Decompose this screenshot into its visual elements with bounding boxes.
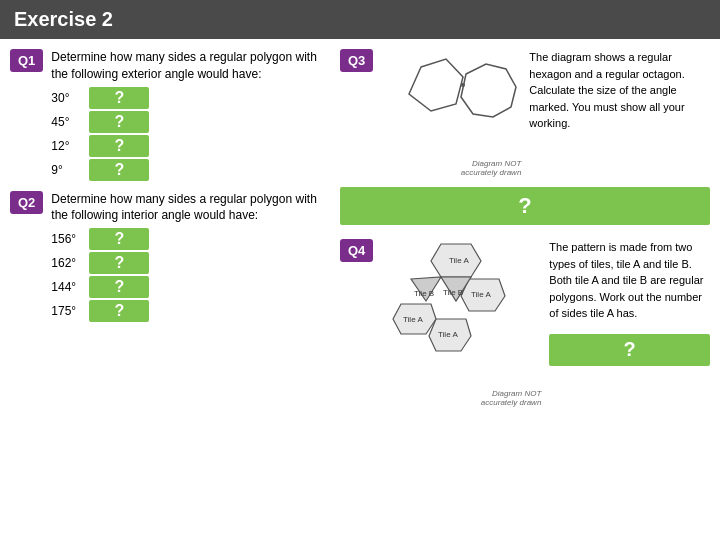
- q2-content: Determine how many sides a regular polyg…: [51, 191, 330, 323]
- q1-block: Q1 Determine how many sides a regular po…: [10, 49, 330, 181]
- q2-row-3: 144° ?: [51, 276, 330, 298]
- q2-label: Q2: [10, 191, 43, 214]
- svg-text:Tile B: Tile B: [414, 289, 434, 298]
- q1-answer-1: ?: [89, 87, 149, 109]
- svg-text:Tile B: Tile B: [443, 288, 463, 297]
- q2-answer-grid: 156° ? 162° ? 144° ? 175° ?: [51, 228, 330, 322]
- q4-description: The pattern is made from two types of ti…: [549, 241, 703, 319]
- q1-angle-1: 30°: [51, 91, 83, 105]
- svg-text:Tile A: Tile A: [438, 330, 458, 339]
- q2-row-1: 156° ?: [51, 228, 330, 250]
- svg-marker-0: [409, 59, 463, 111]
- q2-block: Q2 Determine how many sides a regular po…: [10, 191, 330, 323]
- q4-answer: ?: [549, 334, 710, 366]
- q2-answer-2: ?: [89, 252, 149, 274]
- q2-answer-4: ?: [89, 300, 149, 322]
- q2-answer-1: ?: [89, 228, 149, 250]
- q1-row-4: 9° ?: [51, 159, 330, 181]
- q2-angle-2: 162°: [51, 256, 83, 270]
- q4-diagram-note: Diagram NOTaccurately drawn: [381, 389, 541, 407]
- q2-answer-3: ?: [89, 276, 149, 298]
- q3-label: Q3: [340, 49, 373, 72]
- q1-answer-2: ?: [89, 111, 149, 133]
- main-content: Q1 Determine how many sides a regular po…: [0, 39, 720, 537]
- q2-text: Determine how many sides a regular polyg…: [51, 191, 330, 225]
- page-header: Exercise 2: [0, 0, 720, 39]
- svg-text:Tile A: Tile A: [449, 256, 469, 265]
- svg-text:Tile A: Tile A: [471, 290, 491, 299]
- q3-answer: ?: [340, 187, 710, 225]
- q1-answer-3: ?: [89, 135, 149, 157]
- q4-svg: Tile A Tile B Tile A Tile A Tile B: [381, 239, 541, 389]
- q3-block: Q3 Diagram NOTaccurately drawn The: [340, 49, 710, 225]
- q4-diagram: Tile A Tile B Tile A Tile A Tile B: [381, 239, 541, 407]
- q1-answer-4: ?: [89, 159, 149, 181]
- q1-angle-3: 12°: [51, 139, 83, 153]
- q1-answer-grid: 30° ? 45° ? 12° ? 9° ?: [51, 87, 330, 181]
- page-title: Exercise 2: [14, 8, 113, 30]
- q3-description: The diagram shows a regular hexagon and …: [529, 49, 710, 132]
- svg-point-2: [461, 83, 465, 87]
- q1-row-2: 45° ?: [51, 111, 330, 133]
- svg-marker-1: [461, 64, 516, 117]
- q3-top: Q3 Diagram NOTaccurately drawn The: [340, 49, 710, 177]
- left-column: Q1 Determine how many sides a regular po…: [10, 49, 330, 527]
- q4-label: Q4: [340, 239, 373, 262]
- q3-svg: [381, 49, 521, 159]
- right-column: Q3 Diagram NOTaccurately drawn The: [340, 49, 710, 527]
- q2-row-4: 175° ?: [51, 300, 330, 322]
- q3-diagram: Diagram NOTaccurately drawn: [381, 49, 521, 177]
- q1-content: Determine how many sides a regular polyg…: [51, 49, 330, 181]
- q3-diagram-note: Diagram NOTaccurately drawn: [381, 159, 521, 177]
- q1-row-3: 12° ?: [51, 135, 330, 157]
- q4-text: The pattern is made from two types of ti…: [549, 239, 710, 322]
- q1-angle-2: 45°: [51, 115, 83, 129]
- q2-angle-1: 156°: [51, 232, 83, 246]
- q4-block: Q4 Tile A Tile B Tile A: [340, 239, 710, 407]
- q2-angle-4: 175°: [51, 304, 83, 318]
- q3-text: The diagram shows a regular hexagon and …: [529, 51, 684, 129]
- q2-row-2: 162° ?: [51, 252, 330, 274]
- q4-right: The pattern is made from two types of ti…: [549, 239, 710, 366]
- q4-top: Q4 Tile A Tile B Tile A: [340, 239, 710, 407]
- q1-label: Q1: [10, 49, 43, 72]
- q1-row-1: 30° ?: [51, 87, 330, 109]
- svg-text:Tile A: Tile A: [403, 315, 423, 324]
- q2-angle-3: 144°: [51, 280, 83, 294]
- q1-text: Determine how many sides a regular polyg…: [51, 49, 330, 83]
- q1-angle-4: 9°: [51, 163, 83, 177]
